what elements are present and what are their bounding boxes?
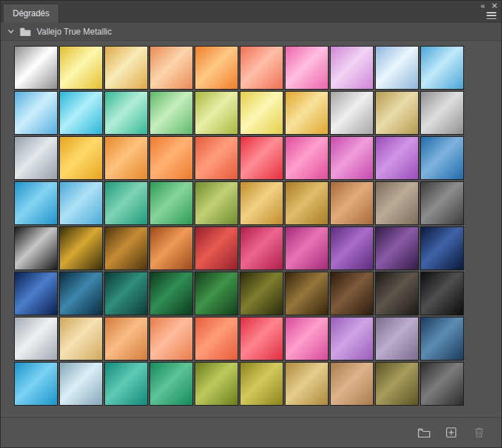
gradient-swatch[interactable] — [14, 226, 58, 270]
gradient-swatch[interactable] — [375, 272, 419, 315]
gradient-swatch[interactable] — [59, 91, 103, 135]
gradient-swatch[interactable] — [285, 272, 329, 315]
gradient-swatch[interactable] — [14, 136, 58, 180]
gradient-swatch[interactable] — [149, 317, 193, 361]
gradient-swatch[interactable] — [375, 136, 419, 180]
gradient-swatch[interactable] — [330, 46, 374, 90]
gradient-swatch[interactable] — [149, 272, 193, 315]
gradient-swatch[interactable] — [285, 91, 329, 135]
gradient-swatch[interactable] — [330, 136, 374, 180]
gradient-swatch[interactable] — [59, 272, 103, 315]
gradient-swatch[interactable] — [195, 181, 238, 225]
gradient-swatch[interactable] — [375, 226, 419, 270]
gradient-swatch[interactable] — [104, 46, 148, 90]
gradient-swatch[interactable] — [285, 136, 329, 180]
gradient-swatch[interactable] — [149, 46, 193, 90]
gradient-swatch[interactable] — [104, 91, 148, 135]
gradient-swatch[interactable] — [330, 362, 374, 406]
trash-icon — [474, 427, 484, 438]
gradient-swatch[interactable] — [240, 46, 283, 90]
gradient-swatch[interactable] — [14, 91, 58, 135]
gradient-swatch[interactable] — [149, 91, 193, 135]
gradients-panel: Dégradés « ✕ Vallejo True Metallic — [0, 0, 502, 448]
gradient-swatch[interactable] — [14, 46, 58, 90]
gradient-swatch[interactable] — [330, 181, 374, 225]
gradient-swatch[interactable] — [14, 181, 58, 225]
gradient-swatch[interactable] — [149, 136, 193, 180]
gradient-swatch[interactable] — [375, 46, 419, 90]
new-gradient-button[interactable] — [443, 424, 460, 441]
gradient-swatch[interactable] — [149, 181, 193, 225]
gradient-swatch[interactable] — [240, 272, 283, 315]
gradient-swatch[interactable] — [375, 362, 419, 406]
gradient-swatch[interactable] — [195, 226, 238, 270]
gradient-swatch[interactable] — [14, 317, 58, 361]
gradient-swatch[interactable] — [420, 91, 464, 135]
new-folder-icon — [417, 428, 431, 438]
gradient-swatch[interactable] — [59, 317, 103, 361]
gradient-swatch[interactable] — [420, 136, 464, 180]
gradient-swatch[interactable] — [59, 181, 103, 225]
gradient-swatch[interactable] — [330, 272, 374, 315]
menu-line — [486, 15, 496, 16]
gradient-swatch[interactable] — [420, 181, 464, 225]
menu-line — [486, 12, 496, 13]
gradient-swatch[interactable] — [375, 181, 419, 225]
gradient-swatch[interactable] — [104, 226, 148, 270]
gradient-swatch[interactable] — [195, 46, 238, 90]
gradient-swatch[interactable] — [240, 91, 283, 135]
plus-square-icon — [446, 427, 457, 438]
gradient-swatch[interactable] — [104, 181, 148, 225]
gradient-swatch[interactable] — [149, 362, 193, 406]
gradient-group-label: Vallejo True Metallic — [37, 27, 112, 37]
gradient-swatch[interactable] — [104, 272, 148, 315]
gradient-swatch[interactable] — [420, 46, 464, 90]
gradient-swatch[interactable] — [285, 226, 329, 270]
gradient-grid — [1, 41, 501, 406]
tab-gradients[interactable]: Dégradés — [3, 4, 59, 23]
window-controls: « ✕ — [481, 1, 498, 11]
gradient-swatch[interactable] — [285, 181, 329, 225]
gradient-swatch[interactable] — [195, 136, 238, 180]
panel-tab-bar: Dégradés « ✕ — [1, 1, 501, 23]
gradient-swatch[interactable] — [375, 317, 419, 361]
gradient-group-header[interactable]: Vallejo True Metallic — [1, 23, 501, 41]
gradient-swatch[interactable] — [240, 181, 283, 225]
gradient-swatch[interactable] — [104, 136, 148, 180]
gradient-swatch[interactable] — [195, 362, 238, 406]
gradient-swatch[interactable] — [330, 317, 374, 361]
gradient-swatch[interactable] — [149, 226, 193, 270]
gradient-swatch[interactable] — [330, 91, 374, 135]
gradient-swatch[interactable] — [104, 362, 148, 406]
gradient-swatch[interactable] — [240, 362, 283, 406]
gradient-swatch[interactable] — [285, 362, 329, 406]
gradient-swatch[interactable] — [59, 46, 103, 90]
gradient-swatch[interactable] — [240, 226, 283, 270]
collapse-panel-icon[interactable]: « — [481, 1, 485, 11]
gradient-swatch[interactable] — [195, 317, 238, 361]
gradient-swatch[interactable] — [240, 136, 283, 180]
chevron-down-icon — [8, 29, 14, 34]
panel-menu-icon[interactable] — [486, 11, 497, 20]
gradient-swatch[interactable] — [59, 226, 103, 270]
gradient-swatch[interactable] — [285, 317, 329, 361]
gradient-swatch[interactable] — [195, 272, 238, 315]
gradient-swatch[interactable] — [375, 91, 419, 135]
gradient-swatch[interactable] — [240, 317, 283, 361]
new-group-button[interactable] — [415, 424, 432, 441]
gradient-swatch[interactable] — [420, 226, 464, 270]
gradient-swatch[interactable] — [104, 317, 148, 361]
gradient-swatch[interactable] — [195, 91, 238, 135]
close-panel-icon[interactable]: ✕ — [491, 1, 498, 11]
gradient-swatch[interactable] — [330, 226, 374, 270]
gradient-swatch[interactable] — [285, 46, 329, 90]
gradient-swatch[interactable] — [420, 272, 464, 315]
panel-footer — [1, 417, 501, 447]
gradient-swatch[interactable] — [59, 362, 103, 406]
gradient-swatch[interactable] — [14, 362, 58, 406]
gradient-swatch[interactable] — [420, 362, 464, 406]
gradient-swatch[interactable] — [420, 317, 464, 361]
gradient-swatch[interactable] — [14, 272, 58, 315]
delete-gradient-button[interactable] — [470, 424, 487, 441]
gradient-swatch[interactable] — [59, 136, 103, 180]
